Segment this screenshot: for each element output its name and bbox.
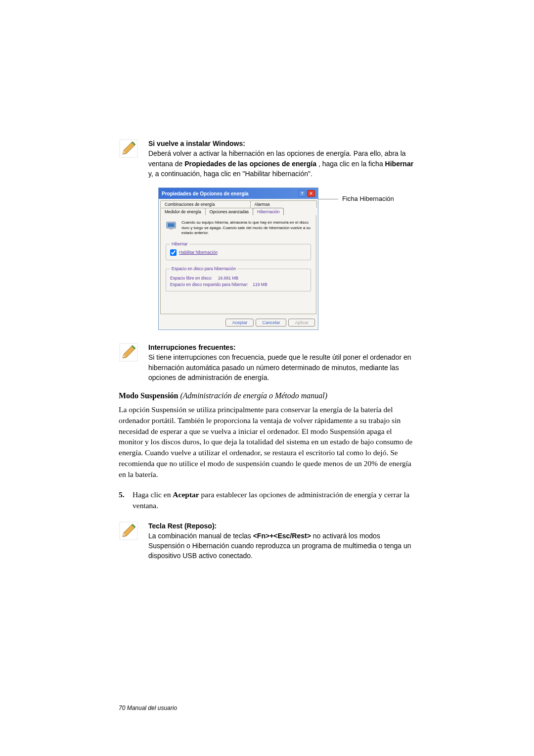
- help-icon[interactable]: ?: [298, 190, 306, 197]
- pencil-icon: [119, 521, 138, 541]
- tab-advanced[interactable]: Opciones avanzadas: [205, 208, 253, 215]
- note-title: Interrupciones frecuentes:: [148, 342, 415, 352]
- step-number: 5.: [119, 489, 133, 511]
- note-title: Si vuelve a instalar Windows:: [148, 139, 415, 148]
- tab-alarms[interactable]: Alarmas: [250, 200, 317, 208]
- dialog-body: Cuando su equipo hiberna, almacena lo qu…: [160, 215, 316, 314]
- hibernate-fieldset: Hibernar Habilitar hibernación: [166, 241, 311, 260]
- dialog-title-text: Propiedades de Opciones de energía: [162, 191, 249, 196]
- tab-hibernation[interactable]: Hibernación: [253, 208, 284, 215]
- svg-rect-6: [170, 229, 173, 230]
- note-text: Si vuelve a instalar Windows: Deberá vol…: [148, 139, 415, 179]
- pencil-icon: [119, 342, 138, 362]
- section-heading-suspension: Modo Suspensión (Administración de energ…: [119, 391, 415, 400]
- info-text: Cuando su equipo hiberna, almacena lo qu…: [181, 220, 311, 236]
- dialog-titlebar: Propiedades de Opciones de energía ? ×: [159, 188, 318, 199]
- free-space-label: Espacio libre en disco:: [170, 276, 212, 281]
- power-options-dialog: Propiedades de Opciones de energía ? × C…: [158, 188, 318, 330]
- free-space-value: 16.681 MB: [218, 276, 238, 281]
- note-title: Tecla Rest (Reposo):: [148, 521, 415, 531]
- note-rest-key: Tecla Rest (Reposo): La combinación manu…: [119, 521, 415, 561]
- hibernate-legend: Hibernar: [170, 241, 189, 246]
- disk-space-legend: Espacio en disco para hibernación: [170, 266, 237, 271]
- req-space-label: Espacio en disco requerido para hibernar…: [170, 282, 248, 287]
- tab-combinations[interactable]: Combinaciones de energía: [160, 200, 251, 208]
- note-interruptions: Interrupciones frecuentes: Si tiene inte…: [119, 342, 415, 382]
- close-icon[interactable]: ×: [307, 190, 315, 197]
- step-5: 5. Haga clic en Aceptar para establecer …: [119, 489, 415, 511]
- disk-space-fieldset: Espacio en disco para hibernación Espaci…: [166, 266, 311, 291]
- monitor-icon: [166, 220, 178, 232]
- page-footer: 70 Manual del usuario: [119, 705, 177, 711]
- body-paragraph: La opción Suspensión se utiliza principa…: [119, 404, 415, 479]
- svg-rect-5: [168, 223, 175, 227]
- checkbox-input[interactable]: [170, 249, 177, 256]
- cancel-button[interactable]: Cancelar: [256, 319, 286, 327]
- accept-button[interactable]: Aceptar: [225, 319, 254, 327]
- apply-button[interactable]: Aplicar: [288, 319, 315, 327]
- dialog-buttons: Aceptar Cancelar Aplicar: [159, 316, 318, 330]
- tabs-row-2: Medidor de energía Opciones avanzadas Hi…: [159, 208, 318, 215]
- tab-meter[interactable]: Medidor de energía: [160, 208, 206, 215]
- note-text: Interrupciones frecuentes: Si tiene inte…: [148, 342, 415, 382]
- pencil-icon: [119, 139, 138, 158]
- dialog-figure: Propiedades de Opciones de energía ? × C…: [158, 188, 415, 330]
- note-text: Tecla Rest (Reposo): La combinación manu…: [148, 521, 415, 561]
- callout-line: [318, 199, 338, 199]
- note-reinstall-windows: Si vuelve a instalar Windows: Deberá vol…: [119, 139, 415, 179]
- req-space-value: 119 MB: [253, 282, 267, 287]
- callout-label: Ficha Hibernación: [342, 195, 394, 202]
- tabs-row-1: Combinaciones de energía Alarmas: [159, 199, 318, 208]
- enable-hibernate-checkbox[interactable]: Habilitar hibernación: [170, 250, 218, 255]
